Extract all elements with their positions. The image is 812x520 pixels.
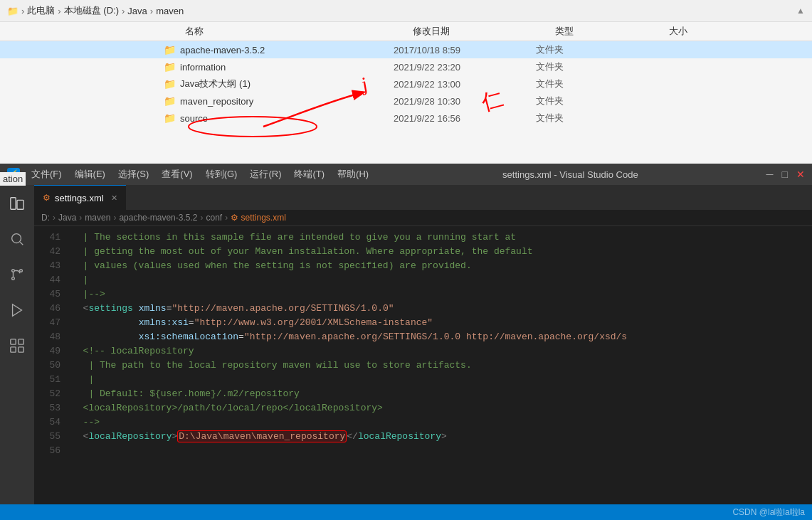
code-line-42: | getting the most out of your Maven ins… [72, 245, 806, 259]
file-name: apache-maven-3.5.2 [180, 45, 394, 55]
col-size-header[interactable]: 大小 [669, 25, 754, 38]
sidebar-icon-debug[interactable] [4, 297, 30, 323]
tab-bar: ⚙ settings.xml ✕ [34, 185, 812, 210]
editor-breadcrumb: D: › Java › maven › apache-maven-3.5.2 ›… [34, 210, 812, 226]
folder-icon: 📁 [164, 112, 176, 124]
file-name: information [180, 62, 394, 73]
code-line-52: | Default: ${user.home}/.m2/repository [72, 387, 806, 401]
svg-point-6 [12, 234, 21, 243]
partial-label-ation: ation [0, 172, 26, 186]
file-date: 2021/9/22 23:20 [394, 62, 536, 73]
menu-view[interactable]: 查看(V) [156, 164, 198, 185]
menu-edit[interactable]: 编辑(E) [69, 164, 111, 185]
file-name: Java技术大纲 (1) [180, 78, 394, 90]
menu-selection[interactable]: 选择(S) [112, 164, 154, 185]
vscode-menu: 文件(F) 编辑(E) 选择(S) 查看(V) 转到(G) 运行(R) 终端(T… [26, 164, 374, 185]
vscode-titlebar: ⚡ 文件(F) 编辑(E) 选择(S) 查看(V) 转到(G) 运行(R) 终端… [0, 164, 812, 185]
tab-label: settings.xml [55, 186, 104, 211]
minimize-button[interactable]: ─ [766, 169, 774, 180]
svg-rect-12 [11, 339, 16, 344]
code-line-53: <localRepository>/path/to/local/repo</lo… [72, 401, 806, 415]
svg-point-9 [20, 270, 23, 272]
svg-rect-14 [11, 347, 16, 352]
svg-rect-4 [11, 198, 16, 210]
maximize-button[interactable]: □ [782, 169, 788, 180]
line-numbers: 4142434445 4647484950 5152535455 56 [34, 226, 66, 504]
folder-icon: 📁 [164, 61, 176, 73]
sidebar-icon-extensions[interactable] [4, 333, 30, 359]
folder-icon: 📁 [164, 44, 176, 55]
code-line-43: | values (values used when the setting i… [72, 259, 806, 273]
file-row[interactable]: 📁 information 2021/9/22 23:20 文件夹 [0, 58, 812, 75]
sort-arrow-icon: ▲ [796, 6, 805, 16]
sidebar-icon-explorer[interactable] [4, 191, 30, 216]
tab-close-button[interactable]: ✕ [111, 186, 117, 211]
folder-icon: 📁 [7, 6, 19, 16]
window-controls: ─ □ ✕ [766, 169, 805, 180]
code-line-50: | The path to the local repository maven… [72, 359, 806, 373]
file-row[interactable]: 📁 apache-maven-3.5.2 2017/10/18 8:59 文件夹 [0, 41, 812, 58]
watermark-text: CSDN @la啦la啦la [732, 506, 805, 519]
menu-run[interactable]: 运行(R) [244, 164, 287, 185]
col-name-header[interactable]: 名称 [185, 25, 413, 38]
svg-rect-13 [19, 339, 23, 344]
col-date-header[interactable]: 修改日期 [413, 25, 555, 38]
file-type: 文件夹 [536, 78, 650, 90]
bc-maven: maven [85, 213, 110, 223]
sidebar-icon-git[interactable] [4, 262, 30, 287]
col-type-header[interactable]: 类型 [555, 25, 669, 38]
vscode-sidebar [0, 185, 34, 504]
file-date: 2017/10/18 8:59 [394, 45, 536, 55]
svg-rect-5 [17, 200, 23, 209]
highlighted-path: D:\Java\maven\maven_repository [177, 430, 347, 442]
vscode-body: ⚙ settings.xml ✕ D: › Java › maven › apa… [0, 185, 812, 504]
vscode-editor: ⚙ settings.xml ✕ D: › Java › maven › apa… [34, 185, 812, 504]
breadcrumb: 📁 › 此电脑 › 本地磁盘 (D:) › Java › maven ▲ [0, 0, 812, 22]
code-line-49: <!-- localRepository [72, 344, 806, 359]
code-content: | The sections in this sample file are i… [66, 226, 812, 504]
vscode-window-title: settings.xml - Visual Studio Code [502, 169, 638, 180]
code-area[interactable]: 4142434445 4647484950 5152535455 56 | Th… [34, 226, 812, 504]
code-line-47: xmlns:xsi="http://www.w3.org/2001/XMLSch… [72, 316, 806, 330]
folder-icon: 📁 [164, 78, 176, 90]
code-line-44: | [72, 273, 806, 287]
file-row[interactable]: 📁 Java技术大纲 (1) 2021/9/22 13:00 文件夹 [0, 75, 812, 92]
folder-icon: 📁 [164, 95, 176, 107]
sidebar-icon-search[interactable] [4, 226, 30, 252]
file-date: 2021/9/22 13:00 [394, 79, 536, 90]
file-name: maven_repository [180, 96, 394, 107]
file-row[interactable]: 📁 source 2021/9/22 16:56 文件夹 [0, 110, 812, 127]
tab-settings-xml[interactable]: ⚙ settings.xml ✕ [34, 185, 126, 210]
breadcrumb-d[interactable]: 本地磁盘 (D:) [64, 4, 119, 17]
code-line-41: | The sections in this sample file are i… [72, 230, 806, 245]
file-date: 2021/9/22 16:56 [394, 113, 536, 124]
file-type: 文件夹 [536, 60, 650, 73]
menu-goto[interactable]: 转到(G) [200, 164, 243, 185]
close-button[interactable]: ✕ [796, 169, 805, 180]
breadcrumb-java[interactable]: Java [127, 6, 147, 16]
breadcrumb-maven[interactable]: maven [156, 6, 184, 16]
menu-help[interactable]: 帮助(H) [332, 164, 374, 185]
bc-apache: apache-maven-3.5.2 [119, 213, 197, 223]
menu-file[interactable]: 文件(F) [26, 164, 68, 185]
file-name: source [180, 113, 394, 124]
bc-settings-xml: ⚙ settings.xml [231, 213, 286, 223]
bc-java: Java [58, 213, 76, 223]
breadcrumb-this-pc[interactable]: 此电脑 [27, 4, 55, 17]
menu-terminal[interactable]: 终端(T) [288, 164, 330, 185]
svg-point-10 [12, 277, 15, 280]
file-type: 文件夹 [536, 43, 650, 56]
file-type: 文件夹 [536, 112, 650, 124]
code-line-56 [72, 444, 806, 458]
file-row[interactable]: 📁 maven_repository 2021/9/28 10:30 文件夹 [0, 92, 812, 110]
code-line-46: <settings xmlns="http://maven.apache.org… [72, 302, 806, 316]
svg-line-7 [20, 242, 23, 245]
file-type: 文件夹 [536, 95, 650, 107]
file-explorer: 📁 › 此电脑 › 本地磁盘 (D:) › Java › maven ▲ 名称 … [0, 0, 812, 164]
svg-point-8 [12, 270, 15, 272]
bc-conf: conf [206, 213, 222, 223]
code-line-51: | [72, 373, 806, 387]
svg-marker-11 [13, 304, 22, 317]
code-line-45: |--> [72, 287, 806, 302]
xml-file-icon: ⚙ [43, 186, 51, 211]
